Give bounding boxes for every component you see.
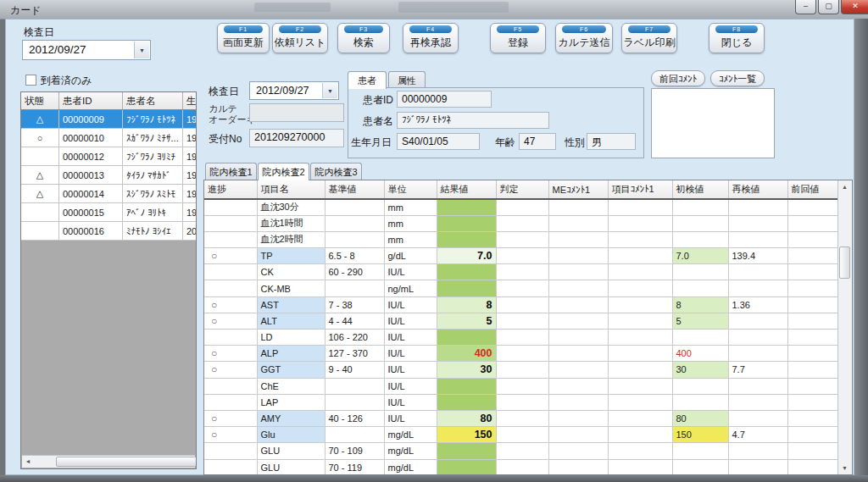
retest-value-cell: [728, 231, 787, 247]
toolbar-button-f4[interactable]: F4再検承認: [403, 23, 459, 53]
result-cell[interactable]: 30: [437, 362, 496, 378]
retest-value-cell: 139.4: [728, 248, 787, 264]
results-col-header: 結果値: [437, 180, 496, 199]
patient-id-field[interactable]: 00000009: [397, 91, 492, 108]
patient-row[interactable]: △00000009ﾌｼﾞﾜﾗﾉ ﾓﾄﾂﾈ1965/01: [21, 110, 197, 129]
results-vscrollbar[interactable]: ▲ ▼: [837, 180, 852, 474]
birth-field[interactable]: S40/01/05: [397, 133, 480, 150]
result-cell[interactable]: [437, 264, 496, 280]
retest-value-cell: [728, 330, 787, 346]
item-comment-cell: [608, 427, 672, 443]
lab-row[interactable]: CK-MBng/mL: [204, 280, 839, 296]
toolbar-button-f3[interactable]: F3検索: [337, 23, 390, 53]
result-cell[interactable]: 80: [437, 410, 496, 426]
result-cell[interactable]: 400: [437, 346, 496, 362]
lab-row[interactable]: GLU70 - 109mg/dL: [204, 443, 839, 459]
arrived-only-checkbox[interactable]: [25, 75, 36, 86]
patient-row[interactable]: ○00000010ｽｶﾞﾜﾗﾉ ﾐﾁｻ...1953/12: [21, 129, 197, 147]
toolbar-button-f5[interactable]: F5登録: [490, 23, 546, 53]
dropdown-arrow-icon[interactable]: ▼: [134, 42, 149, 58]
exam-date-select[interactable]: 2012/09/27 ▼: [22, 40, 151, 60]
prev-value-cell: [787, 443, 839, 459]
tab-inhouse-exam-2[interactable]: 院内検査2: [258, 163, 309, 180]
patient-row[interactable]: △00000014ｽｼﾞﾜﾗﾉ ｽﾐﾄﾓ1983/01: [21, 185, 197, 203]
vscroll-thumb[interactable]: [839, 247, 850, 279]
minimize-button[interactable]: –: [795, 0, 816, 14]
result-cell[interactable]: [437, 199, 496, 215]
result-cell[interactable]: [437, 443, 496, 459]
lab-row[interactable]: 血沈30分mm: [204, 199, 839, 215]
comment-textarea[interactable]: [651, 88, 775, 158]
patient-list-hscrollbar[interactable]: ◄ ►: [22, 455, 195, 468]
lab-row[interactable]: ○ALP127 - 370IU/L400400: [204, 346, 839, 362]
patient-name-field[interactable]: ﾌｼﾞﾜﾗﾉ ﾓﾄﾂﾈ: [397, 112, 549, 129]
reception-no-field[interactable]: 201209270000: [249, 129, 344, 147]
result-cell[interactable]: [437, 330, 496, 346]
age-label: 年齢: [495, 136, 515, 150]
item-name-cell: CK-MB: [257, 280, 325, 296]
first-value-cell: 150: [672, 427, 728, 443]
result-cell[interactable]: [437, 378, 496, 394]
judgement-cell: [496, 199, 548, 215]
toolbar-button-f2[interactable]: F2依頼リスト: [272, 23, 328, 53]
lab-row[interactable]: ○TP6.5 - 8g/dL7.07.0139.4: [204, 248, 839, 264]
lab-row[interactable]: LD106 - 220IU/L: [204, 330, 839, 346]
result-cell[interactable]: [437, 231, 496, 247]
patient-row[interactable]: 00000015ｱﾍﾞﾉ ﾖﾘﾄｷ1993/07: [21, 203, 197, 222]
patient-row[interactable]: 00000016ﾐﾅﾓﾄﾉ ﾖｼｲｴ2004/01: [21, 222, 197, 241]
result-cell[interactable]: 8: [437, 296, 496, 313]
item-name-cell: LD: [257, 330, 325, 346]
item-comment-cell: [608, 248, 672, 264]
me-comment-cell: [548, 231, 608, 247]
result-cell[interactable]: [437, 280, 496, 296]
unit-cell: IU/L: [384, 296, 437, 313]
prev-comment-button[interactable]: 前回ｺﾒﾝﾄ: [651, 70, 705, 86]
sex-field[interactable]: 男: [587, 133, 636, 150]
lab-row[interactable]: ○ALT4 - 44IU/L55: [204, 313, 839, 329]
result-cell[interactable]: [437, 394, 496, 410]
lab-row[interactable]: ○GGT9 - 40IU/L30307.7: [204, 362, 839, 378]
patient-row[interactable]: △00000013ﾀｲﾗﾉ ﾏｻｶﾄﾞ1972/04: [21, 166, 197, 185]
result-cell[interactable]: [437, 459, 496, 474]
dropdown-arrow-icon[interactable]: ▼: [322, 83, 337, 98]
toolbar-button-f8[interactable]: F8閉じる: [709, 23, 765, 53]
patient-status: [21, 203, 59, 222]
judgement-cell: [496, 362, 548, 378]
reference-cell: 9 - 40: [325, 362, 384, 378]
scroll-left-icon[interactable]: ◄: [22, 456, 34, 468]
patient-row[interactable]: 00000012ﾌｼﾞﾜﾗﾉ ﾖﾘﾐﾁ1987/04: [21, 147, 197, 166]
maximize-button[interactable]: ▢: [818, 0, 839, 14]
lab-row[interactable]: CK60 - 290IU/L: [204, 264, 839, 280]
scroll-up-icon[interactable]: ▲: [838, 180, 851, 193]
lab-row[interactable]: ○AMY40 - 126IU/L8080: [204, 410, 839, 426]
hscroll-thumb[interactable]: [56, 457, 197, 467]
tab-patient[interactable]: 患者: [348, 71, 387, 89]
close-button[interactable]: ✕: [841, 0, 868, 14]
tab-attribute[interactable]: 属性: [388, 71, 426, 88]
lab-row[interactable]: ChEIU/L: [204, 378, 839, 394]
result-cell[interactable]: 7.0: [437, 248, 496, 264]
result-cell[interactable]: 5: [437, 313, 496, 329]
patient-id: 00000012: [59, 147, 123, 166]
patient-id: 00000013: [59, 166, 123, 185]
tab-inhouse-exam-1[interactable]: 院内検査1: [205, 163, 257, 180]
karte-order-key-field[interactable]: [249, 103, 344, 122]
lab-row[interactable]: GLU70 - 119mg/dL: [204, 459, 839, 474]
toolbar-button-f7[interactable]: F7ラベル印刷: [621, 23, 677, 53]
tab-inhouse-exam-3[interactable]: 院内検査3: [310, 163, 362, 180]
age-field[interactable]: 47: [519, 133, 556, 150]
lab-row[interactable]: 血沈1時間mm: [204, 215, 839, 231]
lab-row[interactable]: LAPIU/L: [204, 394, 839, 410]
lab-row[interactable]: ○AST7 - 38IU/L881.36: [204, 296, 839, 313]
comment-list-button[interactable]: ｺﾒﾝﾄ一覧: [710, 70, 765, 86]
result-cell[interactable]: 150: [437, 427, 496, 443]
toolbar-button-f1[interactable]: F1画面更新: [217, 23, 270, 53]
order-exam-date-select[interactable]: 2012/09/27 ▼: [249, 81, 339, 100]
reference-cell: 40 - 126: [325, 410, 384, 426]
retest-value-cell: [728, 459, 787, 474]
scroll-down-icon[interactable]: ▼: [838, 462, 851, 474]
lab-row[interactable]: 血沈2時間mm: [204, 231, 839, 247]
toolbar-button-f6[interactable]: F6カルテ送信: [555, 23, 613, 53]
lab-row[interactable]: ○Glumg/dL1501504.7: [204, 427, 839, 443]
result-cell[interactable]: [437, 215, 496, 231]
